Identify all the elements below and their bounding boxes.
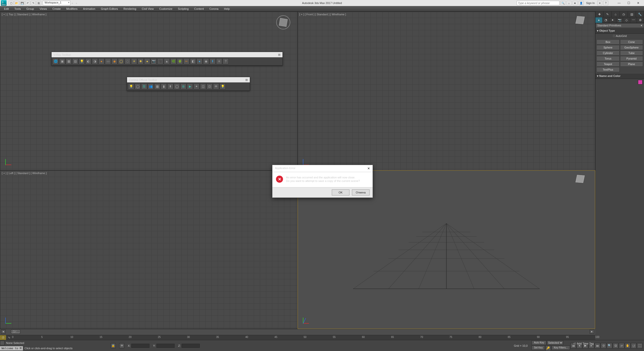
- vray-ambient-icon[interactable]: ◌: [125, 58, 131, 64]
- prim-pyramid[interactable]: Pyramid: [620, 56, 643, 61]
- viewport-left-label[interactable]: [ + ] [ Left ] [ Standard ] [ Wireframe …: [2, 172, 47, 175]
- key-mode-select[interactable]: Selected: [547, 340, 563, 345]
- corona-toolbar[interactable]: Corona Official Toolbar ▦ 💡 ◯ ⛓ 👥 ▦ ▮ ⬍ …: [127, 77, 250, 91]
- tab-display[interactable]: ▤: [628, 12, 636, 17]
- close-icon[interactable]: ▦: [245, 78, 248, 81]
- menu-graph-editors[interactable]: Graph Editors: [98, 7, 120, 11]
- search-input[interactable]: [517, 1, 559, 5]
- vray-fur-icon[interactable]: 🌿: [170, 58, 176, 64]
- vray-export-icon[interactable]: ⬆: [210, 58, 216, 64]
- prim-plane[interactable]: Plane: [620, 62, 643, 67]
- name-color-rollout[interactable]: ▾ Name and Color: [595, 73, 644, 79]
- y-input[interactable]: [156, 344, 175, 348]
- vray-render-icon[interactable]: ▦: [66, 58, 72, 64]
- corona-help-icon[interactable]: 💡: [220, 83, 226, 89]
- close-icon[interactable]: ✕: [367, 167, 370, 170]
- z-input[interactable]: [182, 344, 200, 348]
- corona-distributed-icon[interactable]: ⊞: [180, 83, 186, 89]
- color-swatch[interactable]: [638, 80, 642, 84]
- corona-vfb-icon[interactable]: ▮: [161, 83, 167, 89]
- autogrid-checkbox[interactable]: ☐ AutoGrid: [595, 34, 644, 38]
- tab-motion[interactable]: ◷: [620, 12, 628, 17]
- favourites-icon[interactable]: ★: [573, 1, 578, 5]
- time-slider[interactable]: 0 / 100: [11, 330, 20, 334]
- new-icon[interactable]: ▢: [9, 1, 14, 5]
- vray-camera-icon[interactable]: 📷: [151, 58, 157, 64]
- corona-camera-icon[interactable]: ▦: [154, 83, 160, 89]
- vray-instancer-icon[interactable]: ◧: [190, 58, 196, 64]
- corona-material-icon[interactable]: ◫: [200, 83, 206, 89]
- tab-create[interactable]: ✚: [595, 12, 603, 17]
- vray-disc-icon[interactable]: ◯: [118, 58, 124, 64]
- corona-toolbar-header[interactable]: Corona Official Toolbar ▦: [127, 77, 250, 82]
- vray-toolbar-header[interactable]: V-Ray Toolbar ▦: [52, 52, 283, 57]
- maxscript-mini-listener[interactable]: Welcome to M: [0, 346, 23, 350]
- subtab-spacewarps[interactable]: 〰: [630, 17, 637, 23]
- user-icon[interactable]: 👤: [579, 1, 584, 5]
- error-dialog-header[interactable]: Application Error ✕: [272, 165, 373, 172]
- subtab-helpers[interactable]: ◇: [623, 17, 630, 23]
- vray-globe-icon[interactable]: 🌐: [53, 58, 59, 64]
- autokey-button[interactable]: Auto Key: [532, 340, 546, 345]
- timeline-ruler[interactable]: ⏱ ∿ 051015202530354045505560657075808590…: [0, 335, 595, 340]
- prim-teapot[interactable]: Teapot: [596, 62, 620, 67]
- keyfilters-button[interactable]: Key Filters...: [551, 345, 570, 350]
- absolute-mode-icon[interactable]: ✛: [119, 343, 124, 348]
- viewcube[interactable]: [276, 15, 290, 29]
- vray-sphere-icon[interactable]: ●: [196, 58, 203, 64]
- corona-show-icon[interactable]: 👁: [213, 83, 219, 89]
- viewport-front-label[interactable]: [ + ] [ Front ] [ Standard ] [ Wireframe…: [299, 13, 346, 16]
- vray-clipper-icon[interactable]: ✂: [183, 58, 189, 64]
- prim-cone[interactable]: Cone: [620, 39, 643, 44]
- menu-corona[interactable]: Corona: [207, 7, 221, 11]
- prim-sphere[interactable]: Sphere: [596, 45, 620, 50]
- corona-scatter-icon[interactable]: ⛓: [141, 83, 147, 89]
- exchange-icon[interactable]: ✕: [597, 1, 602, 5]
- object-type-rollout[interactable]: ▾ Object Type: [595, 28, 644, 34]
- open-icon[interactable]: 📂: [14, 1, 19, 5]
- corona-sun-icon[interactable]: ◯: [135, 83, 141, 89]
- menu-scripting[interactable]: Scripting: [175, 7, 191, 11]
- vray-help-icon[interactable]: ?: [223, 58, 229, 64]
- vray-plane-icon[interactable]: ▭: [105, 58, 111, 64]
- vray-sun-icon[interactable]: ☀: [131, 58, 137, 64]
- vray-sky-icon[interactable]: ✺: [138, 58, 144, 64]
- vray-rt-icon[interactable]: ▤: [72, 58, 78, 64]
- vray-metaball-icon[interactable]: ◉: [203, 58, 209, 64]
- help-icon[interactable]: ?: [603, 1, 608, 5]
- prim-torus[interactable]: Torus: [596, 56, 620, 61]
- tab-modify[interactable]: ✎: [603, 12, 612, 17]
- menu-customize[interactable]: Customize: [157, 7, 175, 11]
- subtab-cameras[interactable]: 📷: [616, 17, 623, 23]
- orbit-icon[interactable]: ⭯: [631, 343, 636, 348]
- menu-content[interactable]: Content: [192, 7, 207, 11]
- add-time-tag[interactable]: 🏷 Add Time Tag: [573, 342, 594, 345]
- workspace-selector[interactable]: Workspace_1: [43, 1, 70, 5]
- x-input[interactable]: [131, 344, 149, 348]
- corona-lister-icon[interactable]: ✦: [193, 83, 199, 89]
- link-icon[interactable]: ⛓: [36, 1, 41, 5]
- menu-animation[interactable]: Animation: [80, 7, 98, 11]
- menu-tools[interactable]: Tools: [12, 7, 23, 11]
- viewcube[interactable]: [576, 175, 587, 186]
- corona-proxy-icon[interactable]: 👥: [148, 83, 154, 89]
- vray-dome-icon[interactable]: ◐: [85, 58, 91, 64]
- lock-selection-icon[interactable]: 🔒: [111, 343, 116, 348]
- corona-light-icon[interactable]: 💡: [128, 83, 134, 89]
- pan-icon[interactable]: ✋: [625, 343, 630, 348]
- subtab-lights[interactable]: ✦: [609, 17, 616, 23]
- track-left-bracket[interactable]: ◂: [1, 330, 6, 334]
- vray-lister-icon[interactable]: ≡: [216, 58, 222, 64]
- vray-physcam-icon[interactable]: 🎥: [157, 58, 163, 64]
- vray-ies-icon[interactable]: ◑: [92, 58, 98, 64]
- cancel-button[interactable]: Отмена: [352, 189, 370, 195]
- close-button[interactable]: ✕: [633, 0, 643, 6]
- subtab-systems[interactable]: ⚙: [637, 17, 644, 23]
- menu-group[interactable]: Group: [24, 7, 37, 11]
- primitive-type-dropdown[interactable]: Standard Primitives▾: [595, 23, 644, 28]
- maximize-button[interactable]: ☐: [624, 0, 633, 6]
- timeline-curve-icon[interactable]: ∿: [6, 335, 12, 340]
- ok-button[interactable]: OK: [332, 189, 349, 195]
- workspace-next-icon[interactable]: ▸: [76, 2, 80, 5]
- corona-interactive-icon[interactable]: ▶: [187, 83, 193, 89]
